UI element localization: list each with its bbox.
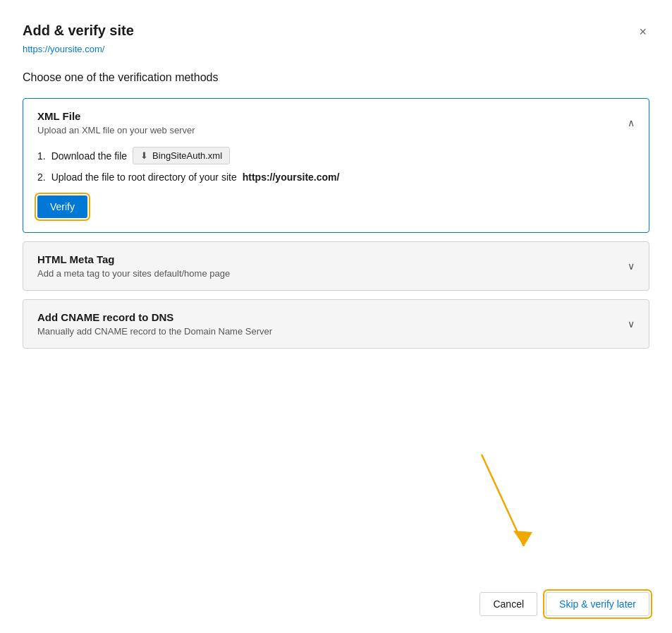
- verify-button[interactable]: Verify: [37, 195, 87, 218]
- dialog-title: Add & verify site: [23, 23, 134, 39]
- download-filename: BingSiteAuth.xml: [152, 150, 222, 161]
- xml-file-header-left: XML File Upload an XML file on your web …: [37, 110, 195, 135]
- xml-file-name: XML File: [37, 110, 195, 122]
- section-heading: Choose one of the verification methods: [23, 71, 649, 84]
- add-verify-site-dialog: Add & verify site × https://yoursite.com…: [0, 0, 672, 633]
- skip-verify-later-button[interactable]: Skip & verify later: [546, 592, 649, 616]
- step-1-prefix: Download the file: [51, 150, 127, 162]
- download-file-button[interactable]: ⬇ BingSiteAuth.xml: [133, 147, 230, 164]
- step-1-number: 1.: [37, 150, 46, 162]
- cname-header[interactable]: Add CNAME record to DNS Manually add CNA…: [23, 300, 649, 348]
- cname-desc: Manually add CNAME record to the Domain …: [37, 326, 272, 337]
- methods-container: XML File Upload an XML file on your web …: [23, 98, 649, 616]
- xml-file-desc: Upload an XML file on your web server: [37, 125, 195, 135]
- html-meta-header[interactable]: HTML Meta Tag Add a meta tag to your sit…: [23, 242, 649, 290]
- cname-name: Add CNAME record to DNS: [37, 311, 272, 323]
- cname-chevron: ∨: [628, 318, 635, 330]
- cancel-button[interactable]: Cancel: [479, 592, 537, 616]
- step-2: 2. Upload the file to root directory of …: [37, 171, 635, 183]
- step-1: 1. Download the file ⬇ BingSiteAuth.xml: [37, 147, 635, 164]
- xml-file-header[interactable]: XML File Upload an XML file on your web …: [23, 99, 649, 147]
- step-2-url: https://yoursite.com/: [243, 171, 340, 183]
- html-meta-header-left: HTML Meta Tag Add a meta tag to your sit…: [37, 253, 230, 279]
- step-2-text: Upload the file to root directory of you…: [51, 171, 237, 183]
- dialog-header: Add & verify site ×: [23, 23, 649, 41]
- step-2-number: 2.: [37, 171, 46, 183]
- site-url-link[interactable]: https://yoursite.com/: [23, 44, 649, 54]
- cname-header-left: Add CNAME record to DNS Manually add CNA…: [37, 311, 272, 337]
- html-meta-desc: Add a meta tag to your sites default/hom…: [37, 268, 230, 279]
- xml-file-chevron: ∧: [628, 117, 635, 128]
- html-meta-card: HTML Meta Tag Add a meta tag to your sit…: [23, 241, 649, 291]
- dialog-footer: Cancel Skip & verify later: [479, 581, 649, 616]
- xml-file-card: XML File Upload an XML file on your web …: [23, 98, 649, 233]
- cname-card: Add CNAME record to DNS Manually add CNA…: [23, 299, 649, 349]
- html-meta-chevron: ∨: [628, 260, 635, 272]
- xml-file-body: 1. Download the file ⬇ BingSiteAuth.xml …: [23, 147, 649, 232]
- close-button[interactable]: ×: [636, 23, 649, 41]
- download-icon: ⬇: [140, 150, 148, 161]
- html-meta-name: HTML Meta Tag: [37, 253, 230, 265]
